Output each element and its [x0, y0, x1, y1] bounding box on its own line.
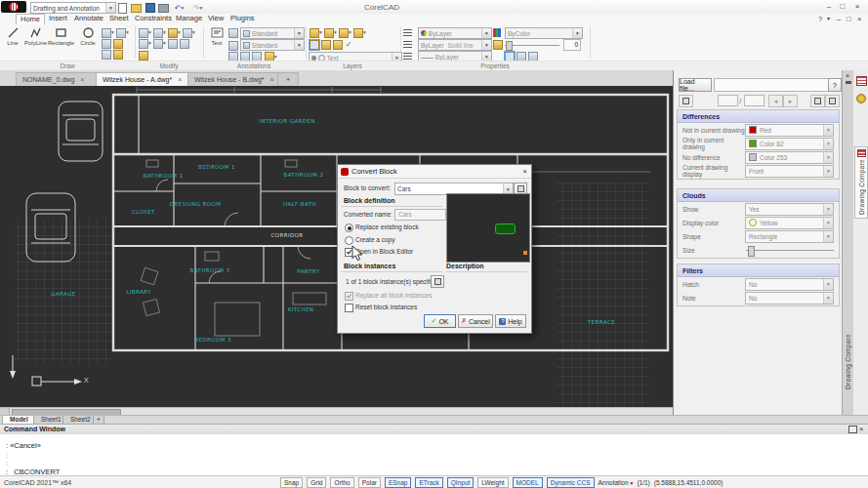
cloud-shape-dropdown[interactable]: Rectangle▾	[745, 230, 834, 243]
ok-button[interactable]: ✓OK	[424, 314, 456, 328]
open-file-button[interactable]	[130, 2, 143, 14]
ellipse-tool-icon[interactable]	[102, 39, 111, 49]
drawing-compare-tab[interactable]: Drawing Compare	[854, 146, 868, 219]
re set-instances-checkbox[interactable]	[345, 304, 353, 312]
compare-export-button[interactable]	[810, 95, 825, 107]
scale-tool-icon[interactable]	[168, 39, 178, 49]
spline-tool-icon[interactable]	[116, 28, 126, 38]
toggle-grid[interactable]: Grid	[307, 477, 326, 488]
toggle-lweight[interactable]: LWeight	[477, 477, 508, 488]
toggle-etrack[interactable]: ETrack	[415, 477, 442, 488]
only-in-current-dropdown[interactable]: Color 82▾	[745, 138, 834, 150]
scrollbar-origin-button[interactable]	[0, 408, 10, 415]
arc-tool-icon[interactable]	[102, 28, 111, 38]
note-filter-dropdown[interactable]: No▾	[745, 292, 834, 305]
hatch-tool-icon[interactable]	[113, 39, 123, 49]
line-tool[interactable]: Line	[2, 26, 23, 46]
cloud-color-dropdown[interactable]: Yellow▾	[745, 217, 834, 229]
diff-count-field[interactable]	[744, 95, 765, 106]
annotation-scale-dropdown[interactable]: Annotation ▾	[599, 479, 634, 486]
maximize-button[interactable]: □	[837, 1, 848, 12]
no-difference-dropdown[interactable]: Color 253▾	[745, 151, 834, 164]
print-style-icon[interactable]	[493, 28, 501, 39]
tab-constraints[interactable]: Constraints	[131, 14, 176, 23]
panel-help-button[interactable]: ?	[828, 78, 842, 92]
point-tool-icon[interactable]	[102, 50, 111, 60]
toggle-dynamic-ccs[interactable]: Dynamic CCS	[547, 477, 595, 488]
edit-tool-icon[interactable]	[168, 28, 178, 38]
command-float-icon[interactable]	[848, 426, 857, 433]
dialog-close-icon[interactable]: ×	[519, 167, 531, 176]
compare-lines-icon[interactable]	[856, 76, 867, 86]
layer-match-icon[interactable]	[321, 40, 331, 50]
new-tab-button[interactable]: +	[277, 72, 299, 86]
tab-sheet[interactable]: Sheet	[105, 14, 133, 23]
entity-lines-icon[interactable]	[403, 41, 412, 50]
doc-minimize-button[interactable]: –	[837, 15, 841, 23]
layer-manager-icon[interactable]	[310, 28, 319, 38]
close-icon[interactable]: ×	[80, 76, 84, 83]
trim-tool-icon[interactable]	[183, 28, 192, 38]
close-icon[interactable]: ×	[178, 76, 182, 83]
compare-swap-button[interactable]	[679, 95, 693, 107]
layer-isolate-icon[interactable]	[353, 28, 363, 38]
rectangle-tool[interactable]: Rectangle	[48, 26, 74, 46]
layers-palette-icon[interactable]	[856, 94, 866, 103]
close-icon[interactable]: ×	[270, 76, 274, 83]
transparency-slider[interactable]	[505, 41, 559, 51]
undo-button[interactable]: ↶▾	[173, 2, 186, 14]
printcolor-dropdown[interactable]: ByColor▾	[505, 27, 583, 39]
layer-check-icon[interactable]: ✓	[346, 40, 352, 49]
toggle-model[interactable]: MODEL	[513, 477, 543, 488]
toggle-polar[interactable]: Polar	[358, 477, 381, 488]
text-tool[interactable]: Text	[206, 26, 227, 46]
doc-close-button[interactable]: ×	[857, 15, 861, 23]
command-window[interactable]: : «Cancel» : : : _CBCONVERT	[0, 434, 868, 475]
move-tool-icon[interactable]	[139, 28, 148, 38]
minimize-button[interactable]: –	[823, 1, 835, 12]
toggle-qinput[interactable]: QInput	[447, 477, 475, 488]
redo-button[interactable]: ↷▾	[191, 2, 204, 14]
entity-lines-icon[interactable]	[403, 29, 412, 38]
circle-tool[interactable]: Circle	[77, 26, 99, 46]
dim-tool-icon[interactable]	[228, 28, 238, 38]
compare-file-input[interactable]	[714, 78, 829, 92]
toggle-ortho[interactable]: Ortho	[330, 477, 353, 488]
leader-tool-icon[interactable]	[228, 41, 238, 51]
rotate-tool-icon[interactable]	[139, 39, 148, 49]
help-button[interactable]: ?Help	[495, 314, 526, 328]
doc-restore-button[interactable]: □	[847, 15, 851, 23]
print-button[interactable]	[157, 2, 170, 14]
tab-view[interactable]: View	[204, 14, 227, 23]
stretch-tool-icon[interactable]	[180, 39, 189, 49]
converted-name-field[interactable]: Cars	[394, 209, 446, 221]
tab-insert[interactable]: Insert	[45, 14, 71, 23]
replace-existing-radio[interactable]	[345, 224, 353, 232]
toggle-esnap[interactable]: ESnap	[385, 477, 412, 488]
diff-index-field[interactable]	[718, 95, 738, 106]
panel-close-icon[interactable]: ×	[846, 72, 849, 79]
chevron-down-icon[interactable]: ▾	[827, 15, 830, 21]
tab-plugins[interactable]: Plugins	[227, 14, 259, 23]
tab-manage[interactable]: Manage	[172, 14, 206, 23]
cloud-size-slider[interactable]	[746, 245, 834, 256]
save-button[interactable]	[144, 2, 156, 14]
dim-style-dropdown[interactable]: Standard▾	[240, 27, 305, 39]
transparency-brush-icon[interactable]	[493, 40, 503, 50]
toggle-snap[interactable]: Snap	[280, 477, 303, 488]
command-close-icon[interactable]: ×	[859, 425, 863, 433]
doc-tab-witzek-a[interactable]: Witzek House - A.dwg*×	[96, 72, 193, 86]
polyline-tool[interactable]: PolyLine	[24, 26, 46, 46]
transparency-value[interactable]: 0	[563, 39, 581, 51]
text-style-dropdown[interactable]: Standard▾	[240, 39, 305, 51]
hatch-filter-dropdown[interactable]: No▾	[745, 278, 834, 291]
layer-previous-icon[interactable]	[333, 40, 343, 50]
doc-tab-noname[interactable]: NONAME_0.dwg×	[16, 72, 100, 86]
explode-tool-icon[interactable]	[139, 51, 148, 61]
doc-tab-witzek-b[interactable]: Witzek House - B.dwg*×	[187, 72, 285, 86]
linecolor-dropdown[interactable]: ByLayer▾	[418, 27, 492, 39]
new-file-button[interactable]	[116, 2, 129, 14]
mirror-tool-icon[interactable]	[153, 39, 163, 49]
doc-help-button[interactable]: ?	[818, 15, 822, 23]
pick-instances-button[interactable]	[431, 275, 444, 288]
